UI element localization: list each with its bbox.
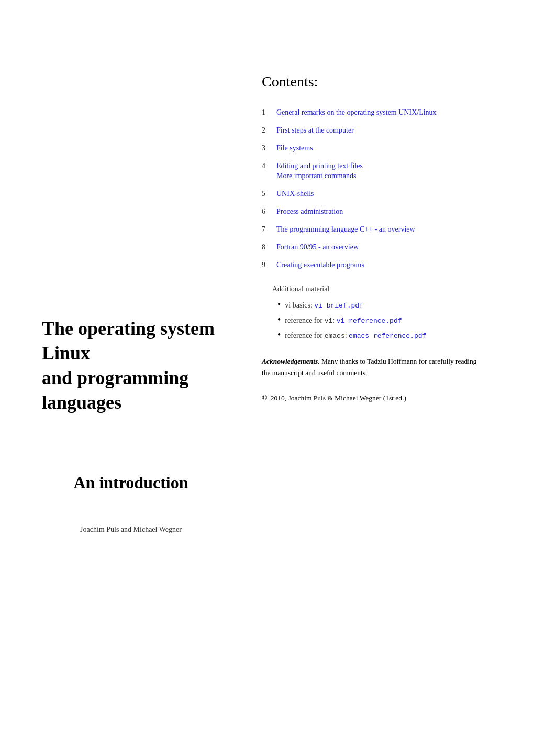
additional-list: • vi basics: vi brief.pdf • reference fo… — [277, 300, 503, 340]
vi-label: vi — [325, 317, 333, 325]
bullet-item-vi-ref: • reference for vi: vi reference.pdf — [277, 315, 503, 325]
authors: Joachim Puls and Michael Wegner — [42, 525, 220, 534]
bullet-text-vi-basics: vi basics: vi brief.pdf — [285, 301, 363, 310]
toc-link-1[interactable]: General remarks on the operating system … — [276, 108, 437, 117]
toc-item-6: 6 Process administration — [262, 207, 503, 216]
bullet-dot-2: • — [277, 315, 281, 324]
toc-link-6[interactable]: Process administration — [276, 207, 343, 216]
bullet-item-emacs-ref: • reference for emacs: emacs reference.p… — [277, 330, 503, 340]
copyright: © 2010, Joachim Puls & Michael Wegner (1… — [262, 394, 503, 402]
toc-number-6: 6 — [262, 207, 272, 216]
toc-item-8: 8 Fortran 90/95 - an overview — [262, 243, 503, 251]
vi-reference-link[interactable]: vi reference.pdf — [337, 317, 402, 325]
emacs-label: emacs — [325, 332, 345, 340]
toc-link-8[interactable]: Fortran 90/95 - an overview — [276, 243, 359, 251]
toc-item-4: 4 Editing and printing text files More i… — [262, 162, 503, 180]
toc-link-2[interactable]: First steps at the computer — [276, 126, 354, 135]
toc-number-9: 9 — [262, 261, 272, 269]
toc-link-3[interactable]: File systems — [276, 144, 313, 152]
toc-link-4[interactable]: Editing and printing text files — [276, 162, 363, 170]
table-of-contents: 1 General remarks on the operating syste… — [262, 108, 503, 269]
toc-item-9: 9 Creating executable programs — [262, 261, 503, 269]
toc-sublink-4[interactable]: More important commands — [276, 172, 363, 180]
toc-item-5: 5 UNIX-shells — [262, 190, 503, 198]
toc-link-5[interactable]: UNIX-shells — [276, 190, 314, 198]
bullet-dot-1: • — [277, 300, 281, 309]
acknowledgements-title: Acknowledgements. — [262, 357, 320, 365]
bullet-item-vi-basics: • vi basics: vi brief.pdf — [277, 300, 503, 310]
toc-number-5: 5 — [262, 190, 272, 198]
toc-item-2: 2 First steps at the computer — [262, 126, 503, 135]
acknowledgements: Acknowledgements. Many thanks to Tadziu … — [262, 356, 487, 378]
copyright-symbol: © — [262, 394, 268, 402]
vi-brief-link[interactable]: vi brief.pdf — [314, 302, 363, 310]
toc-item-7: 7 The programming language C++ - an over… — [262, 225, 503, 234]
copyright-text: 2010, Joachim Puls & Michael Wegner (1st… — [271, 394, 406, 402]
toc-link-9[interactable]: Creating executable programs — [276, 261, 364, 269]
additional-material: Additional material • vi basics: vi brie… — [262, 285, 503, 340]
toc-link-7[interactable]: The programming language C++ - an overvi… — [276, 225, 415, 234]
toc-number-4: 4 — [262, 162, 272, 170]
main-title-line1: The operating system Linux — [42, 316, 220, 366]
bullet-text-vi-ref: reference for vi: vi reference.pdf — [285, 316, 402, 325]
additional-material-title: Additional material — [272, 285, 503, 293]
toc-number-2: 2 — [262, 126, 272, 135]
subtitle: An introduction — [42, 472, 220, 494]
toc-item-3: 3 File systems — [262, 144, 503, 152]
toc-item-1: 1 General remarks on the operating syste… — [262, 108, 503, 117]
emacs-reference-link[interactable]: emacs reference.pdf — [349, 332, 426, 340]
toc-number-7: 7 — [262, 225, 272, 234]
toc-number-3: 3 — [262, 144, 272, 152]
contents-title: Contents: — [262, 73, 503, 90]
toc-number-8: 8 — [262, 243, 272, 251]
bullet-text-emacs-ref: reference for emacs: emacs reference.pdf — [285, 332, 426, 340]
toc-number-1: 1 — [262, 108, 272, 117]
main-title-line2: and programming languages — [42, 366, 220, 415]
bullet-dot-3: • — [277, 330, 281, 339]
